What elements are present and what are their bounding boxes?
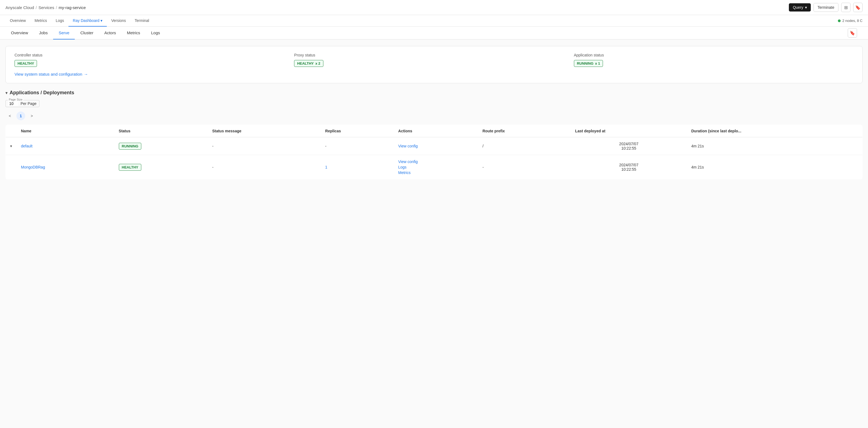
pagination-next[interactable]: > bbox=[27, 112, 36, 120]
td-replicas: - bbox=[321, 137, 394, 155]
page-size-input[interactable] bbox=[8, 102, 18, 106]
page-size-label: Page Size bbox=[8, 98, 23, 101]
td-duration: 4m 21s bbox=[687, 137, 862, 155]
view-system-status-link[interactable]: View system status and configuration → bbox=[14, 72, 88, 77]
td-actions: View config Logs Metrics bbox=[394, 155, 478, 179]
logs-link[interactable]: Logs bbox=[398, 165, 474, 169]
top-bar-actions: Query ▾ Terminate ⊞ 🔖 bbox=[789, 3, 863, 12]
status-dot bbox=[838, 20, 841, 22]
pagination-page-1[interactable]: 1 bbox=[17, 112, 25, 120]
pagination: < 1 > bbox=[5, 112, 863, 120]
breadcrumb-sep1: / bbox=[36, 5, 37, 10]
breadcrumb-sep2: / bbox=[56, 5, 57, 10]
td-route-prefix: - bbox=[478, 155, 570, 179]
breadcrumb-services[interactable]: Services bbox=[38, 5, 54, 10]
th-last-deployed: Last deployed at bbox=[570, 125, 687, 137]
th-name: Name bbox=[17, 125, 115, 137]
deployments-table: Name Status Status message Replicas Acti… bbox=[5, 125, 863, 179]
page-size-container: Page Size Per Page bbox=[5, 100, 39, 107]
view-config-link[interactable]: View config bbox=[398, 144, 474, 148]
table-row: MongoDBRag HEALTHY - 1 View config Logs … bbox=[6, 155, 863, 179]
pagination-prev[interactable]: < bbox=[5, 112, 14, 120]
td-status: RUNNING bbox=[115, 137, 208, 155]
actions-col: View config bbox=[398, 144, 474, 148]
th-status: Status bbox=[115, 125, 208, 137]
deployment-name-link[interactable]: MongoDBRag bbox=[21, 165, 45, 169]
actions-col: View config Logs Metrics bbox=[398, 160, 474, 175]
ray-tab-overview[interactable]: Overview bbox=[5, 27, 34, 39]
layout-icon-button[interactable]: ⊞ bbox=[841, 3, 850, 12]
th-actions: Actions bbox=[394, 125, 478, 137]
view-link-text: View system status and configuration bbox=[14, 72, 82, 77]
chevron-down-icon: ▾ bbox=[100, 18, 102, 23]
th-expand bbox=[6, 125, 17, 137]
ray-tab-logs[interactable]: Logs bbox=[146, 27, 166, 39]
breadcrumb-current: my-rag-service bbox=[59, 5, 86, 10]
deployments-section-header[interactable]: ▾ Applications / Deployments bbox=[5, 90, 863, 96]
th-duration: Duration (since last deplo... bbox=[687, 125, 862, 137]
bookmark-icon: 🔖 bbox=[855, 5, 861, 10]
terminate-label: Terminate bbox=[817, 5, 834, 9]
ray-dashboard-tabs: Overview Jobs Serve Cluster Actors Metri… bbox=[0, 27, 868, 39]
arrow-icon: → bbox=[84, 72, 88, 77]
query-button[interactable]: Query ▾ bbox=[789, 3, 810, 11]
chevron-down-icon: ▾ bbox=[805, 5, 807, 9]
main-content: Controller status HEALTHY View system st… bbox=[0, 39, 868, 428]
service-tab-ray-dashboard[interactable]: Ray Dashboard ▾ bbox=[68, 15, 107, 27]
application-status-badge: RUNNING x 1 bbox=[574, 60, 603, 67]
table-header-row: Name Status Status message Replicas Acti… bbox=[6, 125, 863, 137]
row-expand-chevron[interactable]: ▾ bbox=[10, 144, 12, 148]
service-tab-metrics[interactable]: Metrics bbox=[30, 15, 51, 27]
bookmark-icon: 🔖 bbox=[850, 30, 855, 36]
service-tab-terminal[interactable]: Terminal bbox=[130, 15, 154, 27]
td-name: default bbox=[17, 137, 115, 155]
controller-badge-text: HEALTHY bbox=[18, 61, 34, 65]
th-status-message: Status message bbox=[208, 125, 321, 137]
deployment-name-link[interactable]: default bbox=[21, 144, 33, 148]
bookmark-icon-button[interactable]: 🔖 bbox=[853, 3, 863, 12]
td-replicas: 1 bbox=[321, 155, 394, 179]
nodes-info: 2 nodes, 8 C bbox=[838, 19, 863, 23]
ray-tab-cluster[interactable]: Cluster bbox=[75, 27, 99, 39]
td-name: MongoDBRag bbox=[17, 155, 115, 179]
proxy-status-section: Proxy status HEALTHY x 2 bbox=[294, 53, 574, 67]
th-route-prefix: Route prefix bbox=[478, 125, 570, 137]
ray-tab-serve[interactable]: Serve bbox=[53, 27, 75, 39]
td-expand: ▾ bbox=[6, 137, 17, 155]
td-duration: 4m 21s bbox=[687, 155, 862, 179]
application-badge-count: x 1 bbox=[595, 61, 600, 65]
application-status-section: Application status RUNNING x 1 bbox=[574, 53, 854, 67]
terminate-button[interactable]: Terminate bbox=[813, 3, 838, 12]
td-last-deployed: 2024/07/0710:22:55 bbox=[570, 137, 687, 155]
proxy-badge-text: HEALTHY bbox=[297, 61, 313, 65]
service-tab-logs[interactable]: Logs bbox=[51, 15, 68, 27]
service-tab-versions[interactable]: Versions bbox=[107, 15, 130, 27]
td-expand bbox=[6, 155, 17, 179]
metrics-link[interactable]: Metrics bbox=[398, 170, 474, 175]
ray-tab-right: 🔖 bbox=[848, 28, 863, 37]
ray-tab-jobs[interactable]: Jobs bbox=[34, 27, 53, 39]
td-actions: View config bbox=[394, 137, 478, 155]
view-config-link[interactable]: View config bbox=[398, 160, 474, 164]
replicas-link[interactable]: 1 bbox=[325, 165, 328, 169]
application-badge-text: RUNNING bbox=[577, 61, 594, 65]
application-status-title: Application status bbox=[574, 53, 854, 57]
deployments-title: Applications / Deployments bbox=[9, 90, 74, 96]
proxy-status-title: Proxy status bbox=[294, 53, 574, 57]
th-replicas: Replicas bbox=[321, 125, 394, 137]
chevron-down-icon: ▾ bbox=[5, 91, 7, 95]
service-tabs: Overview Metrics Logs Ray Dashboard ▾ Ve… bbox=[0, 15, 868, 27]
query-label: Query bbox=[793, 5, 803, 9]
nodes-info-text: 2 nodes, 8 C bbox=[842, 19, 863, 23]
service-tab-overview[interactable]: Overview bbox=[5, 15, 30, 27]
ray-tab-metrics[interactable]: Metrics bbox=[121, 27, 146, 39]
breadcrumb: Anyscale Cloud / Services / my-rag-servi… bbox=[5, 5, 86, 10]
bookmark-icon-button-ray[interactable]: 🔖 bbox=[848, 28, 857, 37]
status-card: Controller status HEALTHY View system st… bbox=[5, 46, 863, 83]
deployment-status-badge: RUNNING bbox=[119, 143, 142, 150]
td-last-deployed: 2024/07/0710:22:55 bbox=[570, 155, 687, 179]
ray-tab-actors[interactable]: Actors bbox=[99, 27, 122, 39]
controller-status-title: Controller status bbox=[14, 53, 294, 57]
breadcrumb-cloud[interactable]: Anyscale Cloud bbox=[5, 5, 34, 10]
td-route-prefix: / bbox=[478, 137, 570, 155]
